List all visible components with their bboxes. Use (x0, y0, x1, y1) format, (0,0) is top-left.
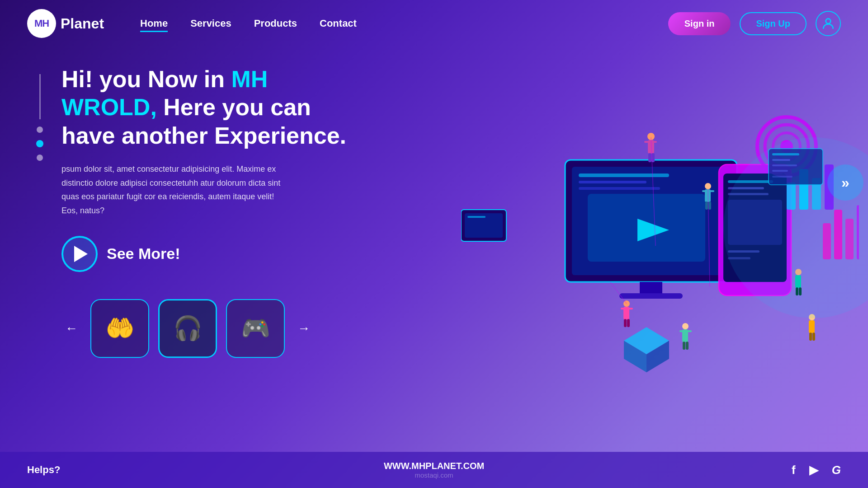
svg-rect-66 (809, 333, 812, 341)
main-content: Hi! you Now in MH WROLD, Here you can ha… (0, 47, 868, 445)
service-card-gaming[interactable]: 🎮 (226, 299, 285, 358)
slide-dot-2[interactable] (36, 140, 43, 147)
footer: Helps? WWW.MHPLANET.COM mostaqi.com f ▶ … (0, 452, 868, 488)
footer-socials: f ▶ G (792, 463, 841, 477)
svg-rect-3 (579, 174, 669, 177)
hero-title-prefix: Hi! you Now in (61, 66, 231, 92)
svg-rect-59 (686, 342, 689, 350)
nav-products[interactable]: Products (254, 18, 297, 29)
svg-rect-40 (648, 153, 651, 162)
indicator-line (39, 74, 41, 119)
footer-help: Helps? (27, 464, 60, 476)
see-more-button[interactable]: See More! (61, 236, 369, 272)
logo-initials: MH (27, 9, 56, 38)
footer-watermark: mostaqi.com (384, 471, 484, 479)
logo-text: Planet (61, 15, 104, 32)
technical-icon: 🎧 (173, 314, 203, 342)
svg-rect-58 (683, 342, 685, 350)
signup-button[interactable]: Sign Up (740, 12, 807, 35)
youtube-icon[interactable]: ▶ (809, 463, 818, 477)
svg-rect-4 (579, 181, 646, 183)
svg-rect-53 (627, 319, 630, 327)
signin-button[interactable]: Sign in (668, 12, 731, 35)
header-actions: Sign in Sign Up (668, 11, 841, 36)
avatar-button[interactable] (816, 11, 841, 36)
hero-section: Hi! you Now in MH WROLD, Here you can ha… (61, 56, 369, 445)
nav-contact[interactable]: Contact (320, 18, 357, 29)
svg-rect-67 (812, 333, 815, 341)
service-card-technical[interactable]: 🎧 (158, 299, 217, 358)
svg-rect-38 (644, 141, 650, 143)
service-card-support[interactable]: 🤲 (90, 299, 149, 358)
svg-point-54 (682, 323, 689, 329)
svg-rect-39 (651, 141, 657, 143)
svg-point-42 (705, 183, 711, 189)
hero-description: psum dolor sit, amet consectetur adipisi… (61, 162, 288, 217)
service-cards-row: ← 🤲 🎧 🎮 → (61, 299, 369, 358)
cards-prev-button[interactable]: ← (61, 319, 81, 338)
nav-services[interactable]: Services (190, 18, 231, 29)
cards-next-button[interactable]: → (294, 319, 314, 338)
support-icon: 🤲 (105, 314, 135, 342)
svg-rect-57 (687, 330, 692, 332)
play-icon (74, 246, 88, 262)
svg-rect-9 (619, 293, 683, 299)
svg-rect-52 (624, 319, 627, 327)
play-button-circle[interactable] (61, 236, 98, 272)
slide-dot-3[interactable] (37, 155, 43, 161)
svg-rect-50 (621, 308, 625, 310)
see-more-label: See More! (107, 245, 180, 263)
nav-home[interactable]: Home (140, 18, 168, 29)
logo[interactable]: MH Planet (27, 9, 104, 38)
svg-point-0 (826, 19, 831, 23)
left-indicator (36, 74, 43, 445)
svg-rect-56 (679, 330, 684, 332)
google-icon[interactable]: G (832, 463, 841, 477)
svg-rect-65 (809, 320, 815, 333)
svg-rect-46 (705, 202, 708, 210)
svg-rect-47 (708, 202, 711, 210)
facebook-icon[interactable]: f (792, 463, 796, 477)
svg-rect-51 (628, 308, 633, 310)
main-nav: Home Services Products Contact (140, 18, 668, 29)
svg-rect-5 (579, 187, 660, 190)
svg-rect-44 (702, 190, 707, 192)
next-slide-button[interactable]: » (827, 164, 863, 201)
gaming-icon: 🎮 (241, 314, 270, 342)
svg-rect-45 (710, 190, 714, 192)
slide-dot-1[interactable] (37, 127, 43, 133)
hero-title: Hi! you Now in MH WROLD, Here you can ha… (61, 65, 369, 150)
svg-rect-28 (467, 216, 486, 218)
svg-line-70 (610, 282, 627, 304)
footer-url: WWW.MHPLANET.COM (384, 461, 484, 471)
